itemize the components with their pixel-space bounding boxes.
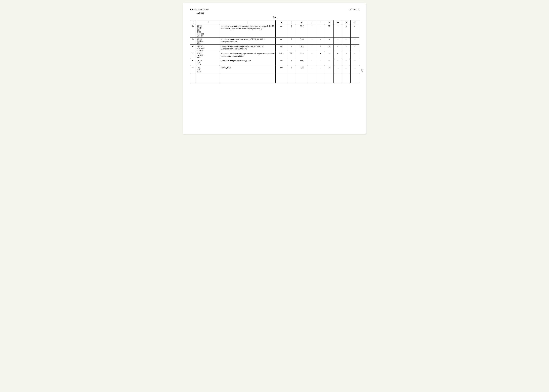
- row-description: Стоимость виброизоляторов ДО 40: [220, 59, 275, 66]
- table-row: 3.20-750 ЭСН-84 23-2Установка у крышного…: [190, 37, 359, 45]
- row-col6: 36, I: [296, 52, 308, 59]
- row-qty: I: [287, 45, 296, 52]
- col-header-11: II: [342, 21, 351, 24]
- row-unit: I00кг.: [275, 52, 287, 59]
- row-unit: шт: [275, 37, 287, 45]
- row-col11: -: [342, 45, 351, 52]
- row-num: 3.: [190, 37, 196, 45]
- row-col6: 8,88: [296, 37, 308, 45]
- row-col7: -: [308, 37, 316, 45]
- row-description: Установка центробежного алюминиевого вен…: [220, 24, 275, 37]
- row-col12: -: [351, 59, 359, 66]
- row-num: 4.: [190, 45, 196, 52]
- header-area: Т.п. 407-3-401м. 86 (Ал. VI) СФ 725-04: [190, 8, 359, 14]
- row-unit: шт: [275, 59, 287, 66]
- row-col8: –: [316, 37, 325, 45]
- col-header-8: 8: [316, 21, 325, 24]
- row-col9: 9: [325, 37, 333, 45]
- header-left: Т.п. 407-3-401м. 86 (Ал. VI): [190, 8, 209, 14]
- row-col9: I36: [325, 45, 333, 52]
- row-col11: -: [342, 52, 351, 59]
- row-col9: 3: [325, 66, 333, 73]
- row-qty: I: [287, 24, 296, 37]
- page-number: -54-: [190, 16, 359, 19]
- row-col8: -: [316, 24, 325, 37]
- row-col6: 96,7: [296, 24, 308, 37]
- row-unit: шт: [275, 45, 287, 52]
- row-col10: -: [333, 37, 342, 45]
- table-row: 6.СCРЦЦ ч.III п.220Стоимость виброизолят…: [190, 59, 359, 66]
- row-unit: шт: [275, 24, 287, 37]
- row-col10: -: [333, 52, 342, 59]
- row-col11: -: [342, 66, 351, 73]
- row-col12: -: [351, 37, 359, 45]
- empty-row: [190, 73, 359, 83]
- row-num: 5.: [190, 52, 196, 59]
- col-header-2: 2: [196, 21, 220, 24]
- row-col10: -: [333, 24, 342, 37]
- row-description: Стоимость вентилятора крышного ВК р.6.30…: [220, 45, 275, 52]
- row-col7: -: [308, 66, 316, 73]
- row-ref: 20-699 ЭСН-84 I8-2: [196, 52, 220, 59]
- row-col10: -: [333, 59, 342, 66]
- col-header-7: 7: [308, 21, 316, 24]
- col-header-3: 3: [220, 21, 275, 24]
- row-ref: 20-706 ЭСН-84 20-2 I5-01 п.01-394 а.04-0…: [196, 24, 220, 37]
- row-num: 6.: [190, 59, 196, 66]
- row-col7: -: [308, 45, 316, 52]
- side-page-label: -54-: [361, 69, 363, 72]
- row-col8: -: [316, 66, 325, 73]
- row-col7: -: [308, 24, 316, 37]
- row-num: 2.: [190, 24, 196, 37]
- row-col11: «: [342, 24, 351, 37]
- row-num: 7.: [190, 66, 196, 73]
- row-col11: -: [342, 37, 351, 45]
- row-ref: 20-750 ЭСН-84 23-2: [196, 37, 220, 45]
- row-col9: 5: [325, 59, 333, 66]
- col-header-6: 6: [296, 21, 308, 24]
- row-description: Установка виброизолирующих оснований под…: [220, 52, 275, 59]
- table-row: 7.СЦI ч.III п.225То же. ДО39шт40,83--3--…: [190, 66, 359, 73]
- row-col8: -: [316, 52, 325, 59]
- row-col6: I,OI: [296, 59, 308, 66]
- row-qty: 0,07: [287, 52, 296, 59]
- col-header-9: 9: [325, 21, 333, 24]
- col-header-12: I2: [351, 21, 359, 24]
- row-col12: -: [351, 66, 359, 73]
- row-col7: -: [308, 59, 316, 66]
- row-col12: -: [351, 52, 359, 59]
- page: Т.п. 407-3-401м. 86 (Ал. VI) СФ 725-04 -…: [183, 3, 366, 134]
- row-col9: 97: [325, 24, 333, 37]
- row-qty: 4: [287, 66, 296, 73]
- row-col10: -: [333, 45, 342, 52]
- row-col8: -: [316, 59, 325, 66]
- row-col12: -: [351, 45, 359, 52]
- table-row: 2.20-706 ЭСН-84 20-2 I5-01 п.01-394 а.04…: [190, 24, 359, 37]
- row-col12: «: [351, 24, 359, 37]
- row-qty: I: [287, 37, 296, 45]
- row-ref: СCРЦЦ ч.III п.22I примен.: [196, 45, 220, 52]
- row-col11: -: [342, 59, 351, 66]
- table-header-row: I 2 3 4 5 6 7 8 9 IO II I2: [190, 21, 359, 24]
- row-col7: -: [308, 52, 316, 59]
- row-col8: -: [316, 45, 325, 52]
- doc-sub: (Ал. VI): [197, 12, 209, 14]
- col-header-4: 4: [275, 21, 287, 24]
- row-col9: 4: [325, 52, 333, 59]
- col-header-1: I: [190, 21, 196, 24]
- col-header-5: 5: [287, 21, 296, 24]
- doc-ref: Т.п. 407-3-401м. 86: [190, 8, 209, 11]
- doc-id: СФ 725-04: [349, 8, 359, 11]
- row-unit: шт: [275, 66, 287, 73]
- row-col6: I36,0: [296, 45, 308, 52]
- row-description: То же. ДО39: [220, 66, 275, 73]
- main-table: I 2 3 4 5 6 7 8 9 IO II I2 2.20-706 ЭСН-…: [190, 20, 359, 83]
- col-header-10: IO: [333, 21, 342, 24]
- row-description: Установка у крышного вентилятораВКР 6,30…: [220, 37, 275, 45]
- row-col6: 0,83: [296, 66, 308, 73]
- table-row: 4.СCРЦЦ ч.III п.22I примен.Стоимость вен…: [190, 45, 359, 52]
- row-ref: СЦI ч.III п.225: [196, 66, 220, 73]
- table-row: 5.20-699 ЭСН-84 I8-2Установка виброизоли…: [190, 52, 359, 59]
- row-col10: -: [333, 66, 342, 73]
- row-qty: 5: [287, 59, 296, 66]
